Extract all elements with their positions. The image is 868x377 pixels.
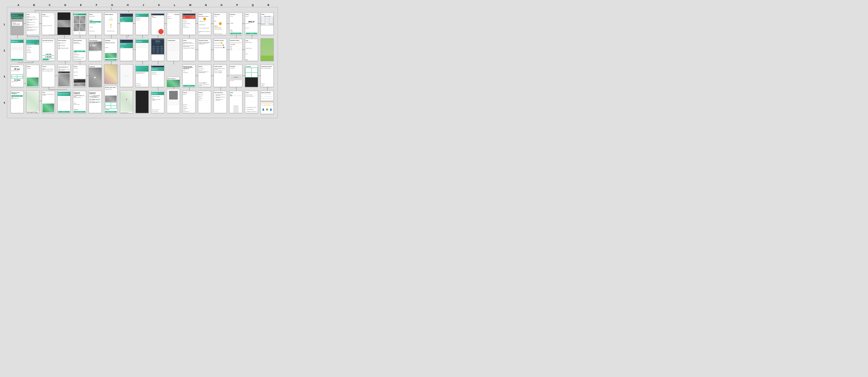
screen-Q4-stream[interactable]: Объект Онлайн-трансляция 5% Запуск строи… <box>245 90 258 113</box>
screen-K4-profile[interactable]: Мои объекты Редактировать профиль Выйти … <box>151 90 164 113</box>
complex-item[interactable]: ЖК «ВЕСНА» <box>58 45 70 47</box>
screen-C4-promo-detail[interactable]: Акция Приглашаем на открытие дома 14 ЖК … <box>42 90 55 113</box>
screen-O2-meters[interactable]: Показания счётчиков Электроснабжение Гор… <box>214 38 227 61</box>
screen-M3-transport[interactable]: Межведомственный транспорт (ЖД, ЯРТО) (е… <box>182 64 195 87</box>
message-field[interactable] <box>11 47 23 50</box>
num-keypad[interactable]: 123 456 789 .0← <box>261 17 273 26</box>
email-field[interactable] <box>11 45 23 46</box>
screen-J3-login-prompt[interactable]: В личном кабинете доступна информация о … <box>135 64 149 87</box>
screen-F4-commercial-list[interactable]: Коммерческая недвижимость УЛ. САЛИХА БАТ… <box>89 90 102 113</box>
search-icon[interactable]: ⌕ <box>37 42 38 44</box>
menu-icon[interactable]: ☰ <box>183 14 184 15</box>
screen-Q2-meter-entry[interactable]: Назад✓ Электроснабжение Текущие показани… <box>245 38 258 61</box>
screen-E2-complex-detail[interactable]: Жилые комплексы ЖК «АRT CITY» Описание к… <box>73 38 86 61</box>
screen-L1-settings[interactable]: ☰Настройки Контакты Добавить л/с <box>167 12 180 35</box>
screen-K1-zhkh-badge[interactable]: ☰ ЖКХ Л/С N000082 <box>151 12 164 35</box>
screen-Q1-payment[interactable]: Оплата Сумма: 9 4041,57 К оплате: ₽ 4041… <box>245 12 258 35</box>
office-item[interactable]: Офис продаж ЖК 'Сфера' <box>42 68 54 70</box>
screen-D3-events[interactable]: 10 дек ЖК 'Серый Камень' - лучший дом Ро… <box>58 64 70 87</box>
screen-Q3-plan-view[interactable]: Планировка <box>245 64 258 87</box>
screen-M2-news[interactable]: Новости Выбирайте паркинг! Вас не заинте… <box>182 38 195 61</box>
screen-B3-news-photo[interactable]: Новости 4 ОКТ. 2017 <box>26 64 39 87</box>
screen-R2-building-web[interactable] <box>260 38 274 61</box>
book-button[interactable]: Записаться на встречу <box>11 95 23 97</box>
screen-G3-interior[interactable] <box>104 64 117 84</box>
consult-button[interactable]: Получить консультацию <box>73 111 86 113</box>
screen-O3-schedule[interactable]: График платежей Плата дата 30/08/2017 Су… <box>214 64 227 87</box>
screen-O1-charges[interactable]: Начисления 2017 год 0,0 ₽ 2039.56 ₽ 2020… <box>214 12 227 35</box>
screen-N4-objects-list[interactable]: Объекты Новый объект Метик 1 кв Комнаты … <box>198 90 211 113</box>
screen-L4-qr[interactable] <box>167 89 180 113</box>
screen-A2-feedback-form[interactable]: Обратная связь Отправить <box>10 38 24 61</box>
pin-keypad[interactable]: 1234567890← <box>151 45 164 54</box>
promo-item[interactable]: Акция на квартиры <box>27 16 38 18</box>
screen-G1-entry[interactable]: Выбрать квартиру ⌂ Застройщик ⚡ ЖКХ Личн… <box>104 12 117 35</box>
screen-K3-objects-menu[interactable]: ☰ Мои объекты Новый объект Редактировать <box>151 64 164 87</box>
promo-item[interactable]: Выгода для семьи <box>27 21 38 24</box>
success-modal[interactable]: Успешно Ваш запрос обращение передано ме… <box>12 22 22 26</box>
screen-N3-contract[interactable]: Договор Площадь 62,87 Комнат 0,0 Договор… <box>198 64 211 87</box>
screen-E3-news-timeline[interactable]: Новость 10 дек 18:43 10 дек 19:10 10 дек… <box>73 64 86 87</box>
screen-H3-blank[interactable]: личный кабинет <box>120 64 133 87</box>
menu-icon[interactable]: ☰ <box>152 14 153 15</box>
screen-B2-search-filter[interactable]: Подбор квартиры⌕ Стоимость Кол-во комнат… <box>26 38 39 61</box>
screen-D1-photo-fullscreen[interactable] <box>58 12 70 35</box>
screen-D2-complexes[interactable]: Жилые комплексы ЖК «АRT CITY» ЖК «ВЕСНА»… <box>58 38 70 61</box>
screen-A1-feedback-success[interactable]: Обратная связь Успешно Ваш запрос обраще… <box>10 12 24 35</box>
promo-item[interactable]: Ваша квартира ближе, чем кажется <box>27 26 38 29</box>
screen-J1-drawer[interactable]: ЖКХ Мои объекты Настройки <box>135 12 149 35</box>
phone-icon[interactable]: ✆ <box>53 14 54 15</box>
screen-L2-loyalty-doc[interactable]: LoyaltyProgramme <box>167 38 180 61</box>
filter-area[interactable]: Площадь <box>27 49 38 50</box>
screen-P3-floorplan[interactable]: Планировка План объекта офис 42.41 План … <box>229 64 242 87</box>
complex-item[interactable]: ЖК «ЦАРЁВО VILLAGE» <box>58 47 70 50</box>
menu-icon[interactable]: ☰ <box>152 66 153 67</box>
filter-deadline[interactable]: Срок сдачи <box>27 50 38 52</box>
screen-P1-charges-detail[interactable]: Начисления 2017 год 0 P000082 319,24 Пен… <box>229 12 242 35</box>
screen-G4-office-detail[interactable]: ЖК 'Весна', дом 6, офис 4 54 600 руб/м 1… <box>104 85 117 113</box>
screen-C2-mortgage-calc[interactable]: Ипотечный калькулятор 193 326 ₽ Ежемесяч… <box>42 38 55 61</box>
screen-K2-pin[interactable]: Пин-код Введите пин-код ○ ○ ○ ○ 12345678… <box>151 38 164 61</box>
send-button[interactable]: Отправить <box>58 111 70 113</box>
screen-H4-map-pin[interactable]: ● улица Островского, 107 Открыть в карта… <box>120 90 133 113</box>
screen-M1-zhkh-menu[interactable]: ☰ ЖКХЛ/С N000082 Контакты Начисления Пок… <box>182 12 195 35</box>
menu-icon[interactable]: ☰ <box>121 41 121 42</box>
screen-C1-news-detail[interactable]: Общая✆ 8 ОКТ. 2016, 10:33 В период с 12 … <box>42 12 55 35</box>
screen-N2-meters-info[interactable]: Показания счётчиков Показания счётчиков … <box>198 38 211 61</box>
video-player[interactable]: ▶ <box>89 67 101 87</box>
filter-district[interactable]: Район города <box>27 52 38 53</box>
screen-J4-dark[interactable] <box>135 90 149 113</box>
screen-R4a-calendar[interactable]: Ввод в эксплуатацию 1234567 891011121314… <box>260 90 274 101</box>
screen-P4-building-progress[interactable]: Объект 20% <box>229 90 242 113</box>
screen-R1-payment-keypad[interactable]: Оплата 4041,57 Продолжить 123 456 789 .0… <box>260 12 274 35</box>
screen-A4-parking[interactable]: Парковки по улице Островского Записаться… <box>10 90 24 113</box>
screen-E1-news-gallery[interactable]: Новость ✆ <box>73 12 86 35</box>
promo-item[interactable]: Трейд-ин:Покупка новой квартиры <box>27 19 38 21</box>
screen-R3-company[interactable]: Управляющая компания ООО УК 'Творение ко… <box>260 64 274 87</box>
promo-item[interactable]: Увеличение скидки на парад в мае <box>27 29 38 31</box>
screen-B1-promo-list[interactable]: Акции Акция на квартиры Трейд-ин:Покупка… <box>26 12 39 35</box>
screen-F1-studio-filter[interactable]: Фильтр Квартиры-студии 4 700 000 Сбросит… <box>89 12 102 35</box>
screen-R4b-completion[interactable]: Ввод в эксплуатацию 👤🌳👤 <box>260 102 274 114</box>
send-button[interactable]: Отправить <box>11 59 23 60</box>
screen-F3-video[interactable]: youtube.com ▶ <box>89 64 102 87</box>
screen-F2-promo-banner[interactable]: Жилые комплексы 7 ЛЕТ Посмотреть 3D пано… <box>89 38 102 61</box>
phone-icon[interactable]: ✆ <box>79 32 81 34</box>
screen-L3-loyalty-card[interactable]: Карта лояльности <box>167 77 180 87</box>
map-view[interactable] <box>26 92 39 111</box>
menu-icon[interactable]: ☰ <box>121 15 121 16</box>
screen-M4-object-form[interactable]: Объекты Метик 1 кв Вид объекта Комнаты 3… <box>182 90 195 113</box>
screen-P2-meter-history[interactable]: Показания счётчиков Электроснабжение100,… <box>229 38 242 61</box>
screen-C3-news-list[interactable]: Новости Офис продаж ЖК 'Сфера' Казань, у… <box>42 64 55 87</box>
filter-rooms[interactable]: Кол-во комнат <box>27 47 38 48</box>
menu-icon[interactable]: ☰ <box>167 14 168 15</box>
screen-G2-plan[interactable]: Планировки ЖК «АRT CITY», г. Казань, ул.… <box>104 38 117 61</box>
screen-H1-zhkh-home[interactable]: ☰ ЖКХ Л/С N000082 <box>120 12 133 35</box>
complex-item[interactable]: ЖК «АRT CITY» <box>58 42 70 44</box>
name-field[interactable] <box>11 44 23 45</box>
screen-E4-commercial-detail[interactable]: Коммерческая недвижимость УЛ. САЛИХА БАТ… <box>73 90 86 113</box>
screen-D4-consult-form[interactable]: Получить консультацию Отправить <box>58 90 70 113</box>
screen-N1-contacts[interactable]: Контакты ООО УК Творение комфорта +7 (84… <box>198 12 211 35</box>
screen-B4-map[interactable]: Офис продаж БЦ 'Сфера' <box>26 90 39 113</box>
promo-item[interactable]: Ипотека от 6% <box>27 24 38 26</box>
